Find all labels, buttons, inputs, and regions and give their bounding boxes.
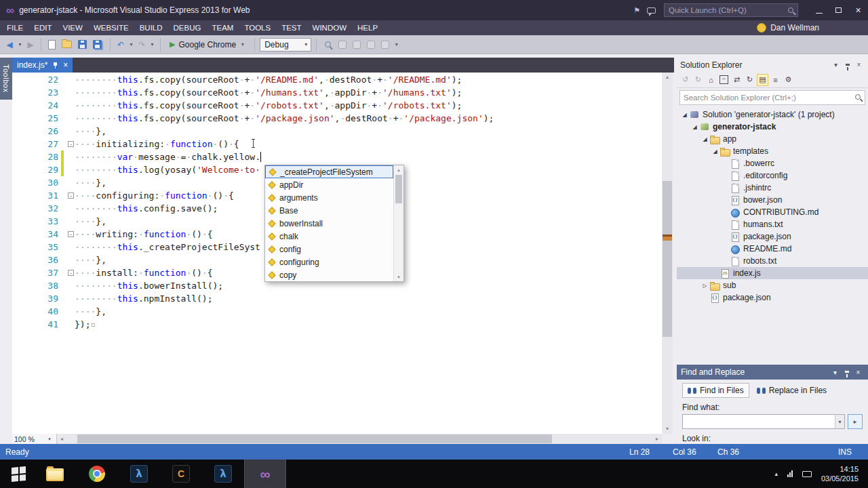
window-position-icon[interactable]: ▾ [830, 61, 842, 68]
back-icon[interactable]: ↺ [679, 74, 691, 86]
tab-replace-in-files[interactable]: Replace in Files [752, 383, 831, 398]
collapse-arrow-icon[interactable]: ◢ [681, 112, 688, 118]
scroll-up-icon[interactable]: ▴ [662, 73, 673, 82]
tree-item-bower.json[interactable]: bower.json [677, 194, 868, 206]
navigate-backward-icon[interactable]: ◀ [4, 41, 15, 49]
search-icon[interactable] [855, 94, 861, 100]
close-icon[interactable]: × [852, 369, 864, 376]
intellisense-item-_createProjectFileSystem[interactable]: _createProjectFileSystem [265, 165, 393, 178]
collapse-arrow-icon[interactable]: ◢ [701, 136, 709, 142]
minimize-button[interactable] [809, 0, 829, 20]
tree-item-package.json[interactable]: package.json [677, 291, 868, 304]
tab-find-in-files[interactable]: Find in Files [682, 383, 749, 398]
editor-vertical-scrollbar[interactable]: ▴ ▾ [662, 73, 673, 434]
tree-item-humans.txt[interactable]: humans.txt [677, 218, 868, 230]
intellisense-item-configuring[interactable]: configuring [265, 256, 393, 268]
redo-dropdown-icon[interactable]: ▾ [149, 42, 155, 47]
taskbar-console[interactable]: C [160, 460, 202, 488]
feedback-icon[interactable]: ⚑ [633, 6, 640, 15]
tab-index-js[interactable]: index.js* × [12, 58, 73, 73]
code-line-27[interactable]: ····initializing:·function·()·{ [75, 138, 494, 150]
tree-item-templates[interactable]: ◢templates [677, 145, 868, 157]
vertical-scrollbar-thumb[interactable] [663, 181, 672, 337]
find-in-files-icon[interactable] [325, 41, 331, 47]
undo-icon[interactable]: ↶ [115, 41, 126, 49]
browser-dropdown-icon[interactable]: ▾ [239, 42, 245, 47]
tray-chevron-icon[interactable]: ▴ [774, 470, 778, 477]
menu-item-edit[interactable]: EDIT [28, 20, 57, 35]
tree-item-contributing.md[interactable]: CONTRIBUTING.md [677, 206, 868, 218]
collapse-arrow-icon[interactable]: ◢ [691, 124, 698, 130]
close-icon[interactable]: × [853, 61, 865, 68]
zoom-dropdown[interactable]: 100 % ▾ [12, 434, 57, 444]
find-what-combobox[interactable]: ▾ [682, 414, 845, 429]
find-replace-header[interactable]: Find and Replace ▾ × [677, 365, 868, 380]
new-file-icon[interactable] [48, 40, 56, 49]
horizontal-scrollbar-thumb[interactable] [77, 434, 552, 443]
navigate-back-dropdown-icon[interactable]: ▾ [17, 42, 23, 47]
uncomment-icon[interactable] [353, 41, 361, 49]
start-button[interactable] [3, 460, 34, 488]
menu-item-build[interactable]: BUILD [134, 20, 168, 35]
expression-builder-button[interactable]: ▸ [848, 414, 863, 429]
tree-item-readme.md[interactable]: README.md [677, 243, 868, 255]
code-line-28[interactable]: ········var·message·=·chalk.yellow. [75, 150, 494, 163]
intellisense-item-chalk[interactable]: chalk [265, 230, 393, 243]
find-what-input[interactable] [683, 415, 835, 428]
taskbar-visual-studio[interactable]: ∞ [244, 460, 286, 488]
solution-explorer-header[interactable]: Solution Explorer ▾ × [677, 58, 868, 72]
intellisense-item-bowerInstall[interactable]: bowerInstall [265, 217, 393, 230]
tab-close-icon[interactable]: × [63, 60, 68, 70]
network-icon[interactable] [787, 470, 793, 477]
tree-item-robots.txt[interactable]: robots.txt [677, 255, 868, 267]
expand-arrow-icon[interactable]: ▷ [701, 283, 709, 289]
sync-with-active-document-icon[interactable]: ⇄ [731, 74, 743, 86]
pin-icon[interactable] [842, 60, 853, 70]
tree-item-generator-jstack[interactable]: ◢generator-jstack [677, 121, 868, 133]
comment-icon[interactable] [338, 41, 347, 49]
settings-gear-icon[interactable]: ⚙ [783, 74, 794, 86]
code-line-25[interactable]: ········this.fs.copy(sourceRoot·+·'/pack… [75, 112, 494, 125]
find-dropdown-icon[interactable]: ▾ [835, 415, 844, 428]
taskbar-terminal-1[interactable]: λ [118, 460, 160, 488]
code-line-41[interactable]: });▫ [75, 318, 494, 331]
touch-keyboard-icon[interactable] [802, 471, 812, 477]
start-debugging-button[interactable]: ▶ Google Chrome ▾ [165, 40, 250, 49]
home-icon[interactable]: ⌂ [705, 74, 717, 86]
save-icon[interactable] [78, 40, 87, 49]
tree-item-app[interactable]: ◢app [677, 133, 868, 145]
code-line-40[interactable]: ····}, [75, 305, 494, 318]
hscroll-track[interactable] [66, 434, 652, 444]
code-line-26[interactable]: ····}, [75, 125, 494, 138]
pin-icon[interactable] [841, 367, 852, 378]
refresh-icon[interactable]: ↻ [744, 74, 755, 86]
tree-item-.jshintrc[interactable]: .jshintrc [677, 182, 868, 194]
search-solution-input[interactable] [679, 90, 865, 105]
indent-icon[interactable] [381, 41, 389, 49]
quick-launch-box[interactable]: Quick Launch (Ctrl+Q) [664, 3, 798, 17]
scroll-down-icon[interactable]: ▾ [662, 424, 673, 434]
code-line-23[interactable]: ········this.fs.copy(sourceRoot·+·'/huma… [75, 86, 494, 99]
menu-item-help[interactable]: HELP [352, 20, 383, 35]
toolbox-tab[interactable]: Toolbox [0, 58, 12, 100]
menu-item-view[interactable]: VIEW [58, 20, 88, 35]
tree-item-package.json[interactable]: package.json [677, 230, 868, 243]
solution-configuration-dropdown[interactable]: Debug ▾ [260, 38, 311, 52]
save-all-icon[interactable] [93, 40, 102, 49]
undo-dropdown-icon[interactable]: ▾ [128, 42, 134, 47]
code-line-22[interactable]: ········this.fs.copy(sourceRoot·+·'/READ… [75, 73, 494, 86]
intellisense-item-appDir[interactable]: appDir [265, 178, 393, 191]
intellisense-scrollbar[interactable]: ▴ ▾ [393, 165, 403, 281]
window-position-icon[interactable]: ▾ [829, 369, 841, 376]
toolbar-overflow-icon[interactable]: ▾ [393, 42, 399, 47]
notifications-icon[interactable] [647, 7, 656, 14]
scroll-left-icon[interactable]: ◂ [57, 436, 66, 442]
navigate-forward-icon[interactable]: ▶ [25, 41, 36, 49]
tree-item-sub[interactable]: ▷sub [677, 279, 868, 291]
taskbar-chrome[interactable] [76, 460, 118, 488]
scroll-right-icon[interactable]: ▸ [652, 436, 662, 442]
collapse-all-icon[interactable] [718, 74, 730, 86]
tree-item-.bowerrc[interactable]: .bowerrc [677, 157, 868, 169]
intellisense-scrollbar-thumb[interactable] [395, 175, 402, 203]
properties-icon[interactable]: ≡ [770, 74, 781, 86]
